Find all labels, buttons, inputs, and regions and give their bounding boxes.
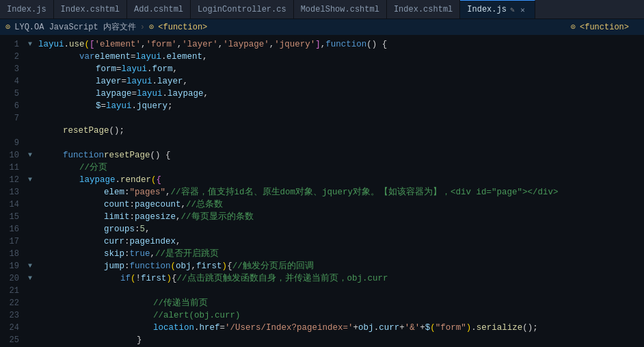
code-line-17: curr: pageindex,	[38, 235, 644, 248]
code-line-24: location.href = '/Users/Index?pageindex=…	[38, 322, 644, 334]
tab-label: Index.cshtml	[61, 5, 120, 14]
code-line-20: if (!first) { //点击跳页触发函数自身，并传递当前页，obj.cu…	[38, 272, 644, 285]
tab-index-js-1[interactable]: Index.js	[0, 0, 54, 18]
code-line-1: layui.use(['element', 'form', 'layer', '…	[38, 38, 644, 51]
code-line-6: $ = layui.jquery;	[38, 100, 644, 112]
code-line-15: limit: pagesize, //每页显示的条数	[38, 211, 644, 223]
code-line-10: function resetPage() {	[38, 149, 644, 162]
code-line-22: //传递当前页	[38, 297, 644, 309]
code-line-5: laypage = layui.laypage,	[38, 88, 644, 100]
code-line-23: //alert(obj.curr)	[38, 309, 644, 322]
code-line-21	[38, 285, 644, 297]
code-line-7	[38, 112, 644, 125]
tab-label: Index.cshtml	[394, 5, 453, 14]
tab-modelshow[interactable]: ModelShow.cshtml	[294, 0, 387, 18]
code-line-9	[38, 137, 644, 149]
tab-index-cshtml-2[interactable]: Index.cshtml	[387, 0, 460, 18]
breadcrumb-left-label: LYQ.OA JavaScript 内容文件	[14, 21, 136, 33]
breadcrumb-right-label: <function>	[580, 23, 629, 32]
code-line-11: //分页	[38, 162, 644, 174]
code-line-14: count: pagecount, //总条数	[38, 198, 644, 211]
tab-label: Add.cshtml	[134, 5, 183, 14]
code-line-18: skip: true, //是否开启跳页	[38, 248, 644, 260]
editor-root: Index.js Index.cshtml Add.cshtml LoginCo…	[0, 0, 644, 347]
tab-label: Index.js	[467, 5, 507, 14]
tab-index-js-active[interactable]: Index.js ✎ ✕	[460, 0, 535, 18]
breadcrumb-mid-icon: ⊙	[149, 22, 154, 32]
line-numbers: 1 2 3 4 5 6 7 9 10 11 12 13 14 15 16 17 …	[0, 36, 25, 347]
code-line-16: groups: 5,	[38, 223, 644, 235]
breadcrumb-sep1: ›	[140, 23, 145, 32]
code-line-13: elem: "pages", //容器，值支持id名、原生dom对象、jquer…	[38, 186, 644, 198]
breadcrumb: ⊙ LYQ.OA JavaScript 内容文件 › ⊙ <function> …	[0, 19, 644, 36]
code-content[interactable]: layui.use(['element', 'form', 'layer', '…	[36, 36, 644, 347]
code-area: 1 2 3 4 5 6 7 9 10 11 12 13 14 15 16 17 …	[0, 36, 644, 347]
breadcrumb-mid-label: <function>	[158, 23, 207, 32]
code-line-8: resetPage();	[38, 125, 644, 137]
code-line-25: }	[38, 334, 644, 346]
tab-index-cshtml-1[interactable]: Index.cshtml	[54, 0, 127, 18]
code-line-19: jump: function (obj, first) { //触发分页后的回调	[38, 260, 644, 272]
tab-add-cshtml[interactable]: Add.cshtml	[127, 0, 191, 18]
code-line-12: laypage.render({	[38, 174, 644, 186]
code-line-3: form = layui.form,	[38, 63, 644, 75]
tab-label: ModelShow.cshtml	[301, 5, 379, 14]
tab-bar: Index.js Index.cshtml Add.cshtml LoginCo…	[0, 0, 644, 19]
tab-label: Index.js	[7, 5, 46, 14]
gutter: ▼ ▼ ▼ ▼ ▼	[25, 36, 36, 347]
tab-close-button[interactable]: ✕	[518, 5, 528, 14]
breadcrumb-left-icon: ⊙	[5, 22, 10, 32]
code-line-2: var element = layui.element,	[38, 51, 644, 63]
tab-logincontroller[interactable]: LoginController.cs	[191, 0, 294, 18]
breadcrumb-right-icon: ⊙	[571, 22, 576, 32]
code-line-4: layer = layui.layer,	[38, 75, 644, 88]
tab-label: LoginController.cs	[198, 5, 286, 14]
tab-pin-icon: ✎	[510, 5, 515, 14]
